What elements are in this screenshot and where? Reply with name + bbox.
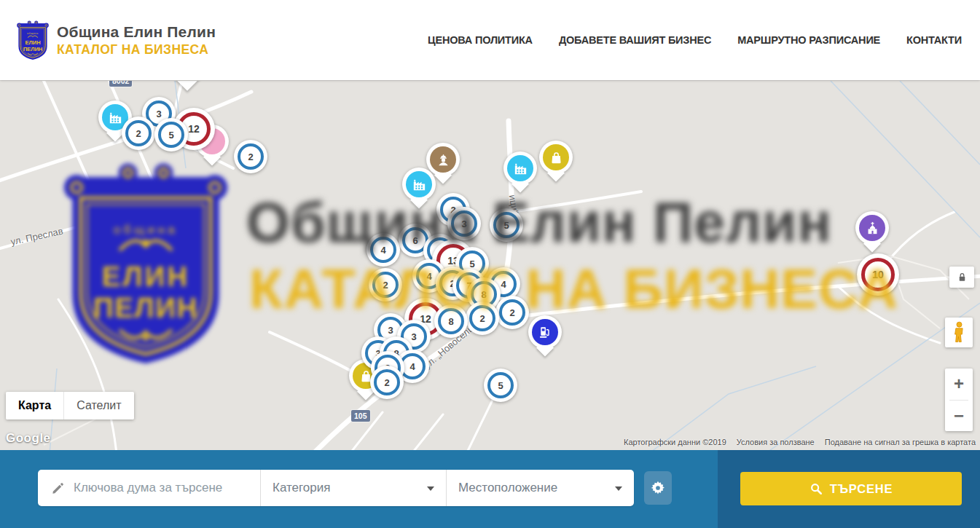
- location-dropdown-value: Местоположение: [458, 481, 557, 495]
- chevron-down-icon: [615, 486, 622, 491]
- attribution-data: Картографски данни ©2019: [624, 438, 726, 446]
- cluster-count: 5: [158, 122, 184, 148]
- chevron-down-icon: [427, 486, 434, 491]
- pin-factory-marker[interactable]: [503, 151, 537, 185]
- pin-fuel-marker[interactable]: [528, 315, 562, 349]
- cluster-marker[interactable]: 2: [369, 268, 402, 302]
- cluster-marker[interactable]: 5: [490, 208, 523, 242]
- church-icon: [859, 215, 885, 241]
- map-markers: 312252235647135104242782212833384325: [0, 81, 980, 450]
- main-nav: ЦЕНОВА ПОЛИТИКА ДОБАВЕТЕ ВАШИЯТ БИЗНЕС М…: [428, 34, 962, 46]
- pin-bag-marker[interactable]: [539, 141, 573, 174]
- gear-icon: [650, 480, 666, 496]
- map-attribution: Картографски данни ©2019 Условия за полз…: [624, 438, 976, 446]
- keyword-search-input[interactable]: [74, 481, 260, 495]
- google-logo[interactable]: Google: [6, 431, 51, 446]
- cluster-marker[interactable]: 8: [434, 304, 468, 338]
- cluster-marker[interactable]: 3: [447, 207, 481, 240]
- lock-scroll-button[interactable]: [949, 267, 974, 288]
- cluster-marker[interactable]: 2: [234, 140, 267, 173]
- cluster-count: 10: [861, 258, 895, 291]
- attribution-report-link[interactable]: Подаване на сигнал за грешка в картата: [825, 438, 976, 446]
- cluster-count: 5: [487, 372, 514, 398]
- cluster-count: 2: [374, 369, 400, 395]
- lock-icon: [957, 272, 968, 283]
- zoom-out-button[interactable]: −: [945, 401, 973, 432]
- worker-icon: [430, 146, 456, 173]
- search-icon: [810, 482, 823, 495]
- cluster-count: 2: [499, 299, 525, 326]
- cluster-marker[interactable]: 5: [484, 369, 517, 402]
- municipality-crest-logo: община ЕЛИН ПЕЛИН: [16, 20, 50, 60]
- pin-factory-marker[interactable]: [402, 168, 436, 201]
- bag-icon: [543, 144, 569, 170]
- site-title: Община Елин Пелин: [57, 23, 216, 41]
- cluster-count: 2: [125, 120, 152, 146]
- cluster-marker[interactable]: 10: [857, 253, 899, 296]
- brand[interactable]: община ЕЛИН ПЕЛИН Община Елин Пелин КАТА…: [16, 20, 216, 60]
- factory-icon: [406, 171, 432, 197]
- search-button-label: ТЪРСЕНЕ: [830, 482, 893, 496]
- nav-item-pricing[interactable]: ЦЕНОВА ПОЛИТИКА: [428, 34, 533, 46]
- cluster-marker[interactable]: 5: [154, 118, 188, 151]
- advanced-settings-button[interactable]: [644, 471, 672, 505]
- nav-item-contacts[interactable]: КОНТАКТИ: [906, 34, 962, 46]
- fuel-icon: [532, 319, 558, 345]
- search-bar: Категория Местоположение ТЪРСЕНЕ: [0, 450, 980, 528]
- map-type-satellite-button[interactable]: Сателит: [63, 392, 133, 419]
- attribution-terms-link[interactable]: Условия за ползване: [737, 438, 815, 446]
- crest-small-text: община: [27, 32, 39, 35]
- cluster-count: 5: [493, 212, 520, 238]
- brand-text: Община Елин Пелин КАТАЛОГ НА БИЗНЕСА: [57, 23, 216, 58]
- cluster-count: 4: [370, 237, 396, 263]
- nav-item-add-business[interactable]: ДОБАВЕТЕ ВАШИЯТ БИЗНЕС: [559, 34, 711, 46]
- zoom-control: + −: [945, 369, 973, 431]
- category-dropdown[interactable]: Категория: [261, 470, 447, 506]
- location-dropdown[interactable]: Местоположение: [447, 470, 634, 506]
- search-field-group: Категория Местоположение: [38, 470, 634, 506]
- cluster-marker[interactable]: 2: [370, 366, 404, 399]
- crest-line2: ПЕЛИН: [23, 46, 43, 52]
- keyword-section: [38, 470, 261, 506]
- cluster-count: 2: [238, 143, 264, 170]
- pencil-icon: [51, 481, 65, 495]
- page: община ЕЛИН ПЕЛИН Община Елин Пелин КАТА…: [0, 0, 980, 528]
- cluster-count: 3: [451, 210, 477, 237]
- category-dropdown-value: Категория: [273, 481, 330, 495]
- zoom-in-button[interactable]: +: [945, 369, 973, 400]
- pegman-streetview-button[interactable]: [945, 318, 973, 347]
- map-type-control: Карта Сателит: [6, 392, 134, 419]
- nav-item-schedule[interactable]: МАРШРУТНО РАЗПИСАНИЕ: [737, 34, 880, 46]
- factory-icon: [507, 155, 533, 181]
- pin-worker-marker[interactable]: [426, 143, 460, 176]
- cluster-count: 2: [372, 272, 399, 298]
- cluster-marker[interactable]: 4: [366, 233, 400, 267]
- search-button[interactable]: ТЪРСЕНЕ: [740, 472, 962, 505]
- pegman-icon: [952, 321, 967, 344]
- cluster-marker[interactable]: 2: [495, 296, 529, 329]
- cluster-marker[interactable]: 2: [466, 302, 499, 335]
- pin-church-marker[interactable]: [855, 211, 889, 245]
- site-subtitle: КАТАЛОГ НА БИЗНЕСА: [57, 42, 216, 58]
- cluster-marker[interactable]: 2: [122, 117, 155, 150]
- map-type-map-button[interactable]: Карта: [6, 392, 63, 419]
- crest-line1: ЕЛИН: [25, 39, 40, 46]
- cluster-count: 2: [469, 305, 495, 331]
- header: община ЕЛИН ПЕЛИН Община Елин Пелин КАТА…: [0, 0, 980, 80]
- cluster-count: 8: [438, 308, 464, 334]
- map-canvas[interactable]: ул. Преславбул. „Новоселци“ици“ 8002105 …: [0, 80, 980, 450]
